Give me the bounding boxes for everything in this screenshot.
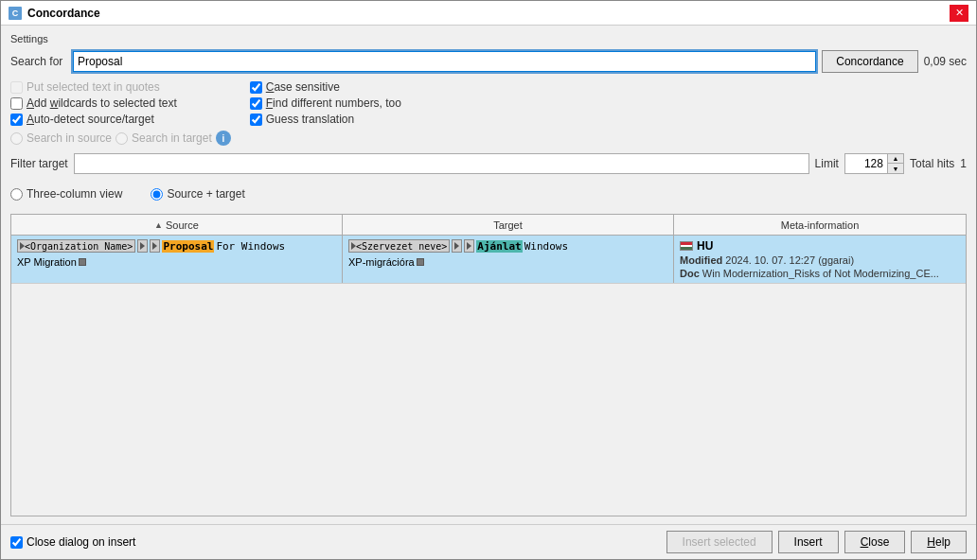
three-column-radio[interactable] [10, 188, 23, 201]
settings-section-label: Settings [10, 33, 967, 44]
option-guess-translation: Guess translation [250, 113, 401, 126]
search-in-source-label: Search in source [27, 131, 112, 145]
source-text-forwindows: For Windows [216, 240, 285, 253]
target-highlight-ajanlat: Ajánlat [476, 240, 522, 253]
find-different-numbers-label: Find different numbers, too [266, 96, 401, 110]
case-sensitive-label: Case sensitive [266, 80, 340, 94]
option-put-selected: Put selected text in quotes [10, 80, 231, 94]
guess-translation-checkbox[interactable] [250, 114, 262, 126]
total-hits-label: Total hits [910, 157, 954, 170]
search-input[interactable] [73, 51, 816, 72]
three-column-view-option: Three-column view [10, 187, 122, 201]
spinner-up-button[interactable]: ▲ [888, 154, 903, 164]
case-sensitive-checkbox[interactable] [250, 81, 262, 94]
source-xp-migration: XP Migration [17, 256, 77, 268]
info-icon[interactable]: i [216, 131, 231, 146]
limit-spinner: ▲ ▼ [844, 153, 904, 174]
guess-translation-label: Guess translation [266, 113, 354, 126]
search-for-label: Search for [10, 55, 67, 68]
spinner-buttons: ▲ ▼ [887, 153, 904, 174]
search-in-target-radio[interactable] [115, 132, 128, 145]
window-close-button[interactable]: ✕ [950, 5, 968, 22]
target-xp-migracióra: XP-migrációra [348, 256, 415, 268]
source-tag3 [150, 239, 160, 253]
time-display: 0,09 sec [924, 55, 967, 68]
target-text-windows: Windows [524, 240, 568, 253]
meta-lang-code: HU [697, 239, 713, 253]
options-col-left: Put selected text in quotes Add wildcard… [10, 80, 231, 146]
insert-selected-label: Insert selected [683, 535, 756, 549]
meta-doc-value: Win Modernization_Risks of Not Modernizi… [702, 268, 939, 279]
filter-target-label: Filter target [10, 157, 68, 170]
options-section: Put selected text in quotes Add wildcard… [10, 80, 967, 146]
table-header: ▲ Source Target Meta-information [11, 215, 966, 236]
limit-value-input[interactable] [844, 153, 887, 174]
find-different-numbers-checkbox[interactable] [250, 97, 262, 110]
auto-detect-label: Auto-detect source/target [27, 113, 154, 126]
source-column-label: Source [166, 219, 199, 231]
close-dialog-label: Close dialog on insert [27, 535, 135, 549]
target-cell: <Szervezet neve> Ajánlat Windows [343, 236, 674, 283]
total-hits-value: 1 [960, 157, 967, 170]
filter-input[interactable] [74, 153, 809, 174]
close-dialog-checkbox[interactable] [10, 536, 23, 549]
search-row: Search for Concordance 0,09 sec [10, 50, 967, 73]
results-table: ▲ Source Target Meta-information [10, 214, 967, 516]
title-bar: C Concordance ✕ [1, 1, 976, 26]
meta-modified-label: Modified [680, 254, 722, 266]
source-target-view-option: Source + target [151, 187, 244, 201]
target-line2: XP-migrációra [348, 256, 424, 268]
source-target-label: Source + target [167, 187, 244, 201]
table-body: <Organization Name> Proposal For Windows [11, 236, 966, 516]
target-tag2 [452, 239, 462, 253]
sort-arrow-icon: ▲ [154, 220, 163, 230]
put-selected-checkbox[interactable] [10, 81, 23, 94]
tag-arrow-icon [20, 242, 25, 250]
help-button[interactable]: Help [911, 531, 967, 553]
meta-doc-row: Doc Win Modernization_Risks of Not Moder… [680, 268, 939, 279]
source-line2: XP Migration [17, 256, 86, 268]
concordance-button[interactable]: Concordance [822, 50, 917, 73]
spinner-down-button[interactable]: ▼ [888, 164, 903, 173]
concordance-window: C Concordance ✕ Settings Search for Conc… [0, 0, 977, 560]
target-tag-arrow-icon [351, 242, 356, 250]
table-row[interactable]: <Organization Name> Proposal For Windows [11, 236, 966, 284]
meta-doc-label: Doc [680, 268, 700, 279]
meta-modified-date: 2024. 10. 07. 12:27 (ggarai) [725, 254, 854, 266]
search-in-source-radio[interactable] [10, 132, 23, 145]
target-tag3 [464, 239, 474, 253]
target-szervezet-tag: <Szervezet neve> [348, 239, 450, 253]
filter-row: Filter target Limit ▲ ▼ Total hits 1 [10, 153, 967, 174]
close-button[interactable]: Close [844, 531, 906, 553]
target-tag-arrow-icon3 [467, 242, 471, 250]
source-tag2 [137, 239, 148, 253]
footer-left: Close dialog on insert [10, 535, 135, 549]
meta-lang-row: HU [680, 239, 713, 253]
column-header-source: ▲ Source [11, 215, 343, 235]
flag-icon [680, 241, 693, 251]
tag-arrow-icon2 [140, 242, 145, 250]
main-content: Settings Search for Concordance 0,09 sec… [1, 26, 976, 524]
meta-cell: HU Modified 2024. 10. 07. 12:27 (ggarai)… [674, 236, 966, 283]
insert-selected-button[interactable]: Insert selected [666, 531, 773, 553]
option-find-different-numbers: Find different numbers, too [250, 96, 401, 110]
put-selected-label: Put selected text in quotes [27, 80, 160, 94]
app-icon: C [9, 7, 22, 20]
title-bar-left: C Concordance [9, 7, 100, 20]
target-sq-icon [417, 258, 424, 266]
footer-right: Insert selected Insert Close Help [666, 531, 967, 553]
add-wildcards-checkbox[interactable] [10, 97, 23, 110]
source-highlight-proposal: Proposal [162, 240, 214, 253]
auto-detect-checkbox[interactable] [10, 114, 23, 126]
search-in-target-label: Search in target [132, 131, 212, 145]
source-target-radio[interactable] [151, 188, 163, 201]
option-add-wildcards: Add wildcards to selected text [10, 96, 231, 110]
meta-modified-row: Modified 2024. 10. 07. 12:27 (ggarai) [680, 254, 854, 266]
insert-button[interactable]: Insert [778, 531, 839, 553]
window-title: Concordance [27, 7, 100, 20]
target-tag-arrow-icon2 [454, 242, 459, 250]
insert-label: Insert [794, 535, 823, 549]
option-auto-detect: Auto-detect source/target [10, 113, 231, 126]
meta-column-label: Meta-information [781, 219, 860, 231]
column-header-target: Target [343, 215, 674, 235]
